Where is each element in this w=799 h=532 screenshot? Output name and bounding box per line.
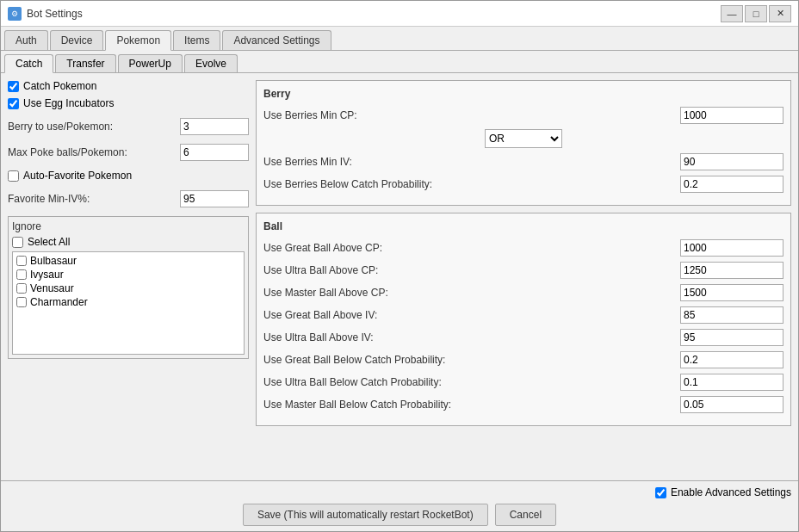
berries-min-cp-row: Use Berries Min CP: bbox=[263, 107, 784, 124]
title-bar: ⚙ Bot Settings — □ ✕ bbox=[1, 1, 798, 27]
master-ball-cp-row: Use Master Ball Above CP: bbox=[263, 284, 784, 301]
title-controls: — □ ✕ bbox=[721, 5, 791, 22]
berries-min-cp-input[interactable] bbox=[680, 107, 784, 124]
save-button[interactable]: Save (This will automatically restart Ro… bbox=[243, 504, 488, 526]
pokemon-name: Ivysaur bbox=[30, 269, 64, 281]
berries-below-catch-input[interactable] bbox=[680, 176, 784, 193]
max-pokeballs-row: Max Poke balls/Pokemon: bbox=[8, 144, 249, 161]
ultra-ball-catch-prob-row: Use Ultra Ball Below Catch Probability: bbox=[263, 374, 784, 391]
list-item: Bulbasaur bbox=[15, 254, 242, 268]
main-content: Catch Pokemon Use Egg Incubators Berry t… bbox=[1, 73, 798, 480]
enable-advanced-checkbox[interactable] bbox=[655, 487, 666, 498]
great-ball-cp-input[interactable] bbox=[680, 239, 784, 257]
content-area: Catch Pokemon Use Egg Incubators Berry t… bbox=[1, 73, 798, 531]
select-all-row: Select All bbox=[12, 236, 245, 248]
use-egg-incubators-row: Use Egg Incubators bbox=[8, 97, 249, 109]
master-ball-catch-prob-row: Use Master Ball Below Catch Probability: bbox=[263, 396, 784, 413]
berry-section: Berry Use Berries Min CP: OR AND Use Ber… bbox=[256, 80, 791, 206]
master-ball-cp-label: Use Master Ball Above CP: bbox=[263, 287, 680, 299]
pokemon-checkbox-venusaur[interactable] bbox=[16, 283, 27, 294]
ball-title: Ball bbox=[263, 220, 784, 232]
berries-below-catch-row: Use Berries Below Catch Probability: bbox=[263, 176, 784, 193]
favorite-miniv-input[interactable] bbox=[180, 190, 249, 207]
ultra-ball-iv-input[interactable] bbox=[680, 329, 784, 346]
auto-favorite-row: Auto-Favorite Pokemon bbox=[8, 170, 249, 182]
sub-tabs: Catch Transfer PowerUp Evolve bbox=[1, 51, 798, 73]
tab-advanced-settings[interactable]: Advanced Settings bbox=[222, 30, 331, 50]
berry-title: Berry bbox=[263, 88, 784, 100]
pokemon-checkbox-bulbasaur[interactable] bbox=[16, 256, 27, 266]
master-ball-catch-prob-label: Use Master Ball Below Catch Probability: bbox=[263, 399, 680, 411]
pokemon-list-container: Bulbasaur Ivysaur Venusaur bbox=[12, 251, 245, 355]
close-button[interactable]: ✕ bbox=[769, 5, 791, 22]
tab-items[interactable]: Items bbox=[173, 30, 220, 50]
ball-section: Ball Use Great Ball Above CP: Use Ultra … bbox=[256, 213, 791, 426]
ultra-ball-catch-prob-input[interactable] bbox=[680, 374, 784, 391]
enable-advanced-row: Enable Advanced Settings bbox=[655, 486, 791, 498]
pokemon-checkbox-charmander[interactable] bbox=[16, 297, 27, 307]
great-ball-iv-row: Use Great Ball Above IV: bbox=[263, 306, 784, 324]
ultra-ball-cp-label: Use Ultra Ball Above CP: bbox=[263, 264, 680, 276]
subtab-powerup[interactable]: PowerUp bbox=[118, 54, 183, 72]
berry-to-use-row: Berry to use/Pokemon: bbox=[8, 118, 249, 135]
main-window: ⚙ Bot Settings — □ ✕ Auth Device Pokemon… bbox=[0, 0, 799, 532]
use-egg-incubators-label: Use Egg Incubators bbox=[23, 97, 114, 109]
berries-below-catch-label: Use Berries Below Catch Probability: bbox=[263, 178, 680, 190]
or-and-select[interactable]: OR AND bbox=[485, 129, 562, 148]
list-item: Ivysaur bbox=[15, 268, 242, 281]
auto-favorite-label: Auto-Favorite Pokemon bbox=[23, 170, 132, 182]
pokemon-checkbox-ivysaur[interactable] bbox=[16, 269, 27, 280]
great-ball-catch-prob-label: Use Great Ball Below Catch Probability: bbox=[263, 354, 680, 366]
great-ball-iv-input[interactable] bbox=[680, 306, 784, 324]
maximize-button[interactable]: □ bbox=[745, 5, 767, 22]
favorite-miniv-row: Favorite Min-IV%: bbox=[8, 190, 249, 207]
pokemon-list: Bulbasaur Ivysaur Venusaur bbox=[13, 252, 244, 311]
great-ball-iv-label: Use Great Ball Above IV: bbox=[263, 309, 680, 321]
main-tabs: Auth Device Pokemon Items Advanced Setti… bbox=[1, 27, 798, 51]
pokemon-name: Bulbasaur bbox=[30, 255, 77, 267]
subtab-evolve[interactable]: Evolve bbox=[184, 54, 238, 72]
use-egg-incubators-checkbox[interactable] bbox=[8, 98, 19, 109]
ultra-ball-iv-row: Use Ultra Ball Above IV: bbox=[263, 329, 784, 346]
master-ball-cp-input[interactable] bbox=[680, 284, 784, 301]
great-ball-catch-prob-input[interactable] bbox=[680, 351, 784, 368]
berries-min-cp-label: Use Berries Min CP: bbox=[263, 109, 680, 121]
great-ball-cp-row: Use Great Ball Above CP: bbox=[263, 239, 784, 257]
window-title: Bot Settings bbox=[27, 8, 83, 20]
or-select-row: OR AND bbox=[263, 129, 784, 148]
tab-device[interactable]: Device bbox=[50, 30, 104, 50]
subtab-transfer[interactable]: Transfer bbox=[55, 54, 115, 72]
master-ball-catch-prob-input[interactable] bbox=[680, 396, 784, 413]
catch-pokemon-label: Catch Pokemon bbox=[23, 80, 96, 92]
left-panel: Catch Pokemon Use Egg Incubators Berry t… bbox=[8, 80, 249, 473]
app-icon: ⚙ bbox=[8, 7, 22, 21]
favorite-miniv-label: Favorite Min-IV%: bbox=[8, 193, 90, 205]
berries-min-iv-row: Use Berries Min IV: bbox=[263, 153, 784, 170]
subtab-catch[interactable]: Catch bbox=[4, 54, 53, 73]
enable-advanced-label: Enable Advanced Settings bbox=[671, 486, 791, 498]
minimize-button[interactable]: — bbox=[721, 5, 743, 22]
max-pokeballs-input[interactable] bbox=[180, 144, 249, 161]
berries-min-iv-label: Use Berries Min IV: bbox=[263, 156, 680, 168]
cancel-button[interactable]: Cancel bbox=[495, 504, 556, 526]
great-ball-catch-prob-row: Use Great Ball Below Catch Probability: bbox=[263, 351, 784, 368]
pokemon-name: Venusaur bbox=[30, 282, 74, 294]
ultra-ball-cp-input[interactable] bbox=[680, 262, 784, 279]
ultra-ball-cp-row: Use Ultra Ball Above CP: bbox=[263, 262, 784, 279]
auto-favorite-checkbox[interactable] bbox=[8, 170, 19, 182]
right-panel: Berry Use Berries Min CP: OR AND Use Ber… bbox=[256, 80, 791, 473]
max-pokeballs-label: Max Poke balls/Pokemon: bbox=[8, 146, 127, 158]
berries-min-iv-input[interactable] bbox=[680, 153, 784, 170]
ignore-group: Ignore Select All Bulbasaur bbox=[8, 216, 249, 359]
footer-area: Enable Advanced Settings Save (This will… bbox=[1, 480, 798, 531]
great-ball-cp-label: Use Great Ball Above CP: bbox=[263, 242, 680, 254]
catch-pokemon-checkbox[interactable] bbox=[8, 81, 19, 92]
ultra-ball-catch-prob-label: Use Ultra Ball Below Catch Probability: bbox=[263, 376, 680, 388]
tab-pokemon[interactable]: Pokemon bbox=[105, 30, 171, 51]
select-all-checkbox[interactable] bbox=[12, 237, 23, 248]
select-all-label: Select All bbox=[28, 236, 70, 248]
footer-bottom: Save (This will automatically restart Ro… bbox=[8, 504, 791, 526]
list-item: Charmander bbox=[15, 295, 242, 309]
berry-to-use-input[interactable] bbox=[180, 118, 249, 135]
tab-auth[interactable]: Auth bbox=[4, 30, 48, 50]
